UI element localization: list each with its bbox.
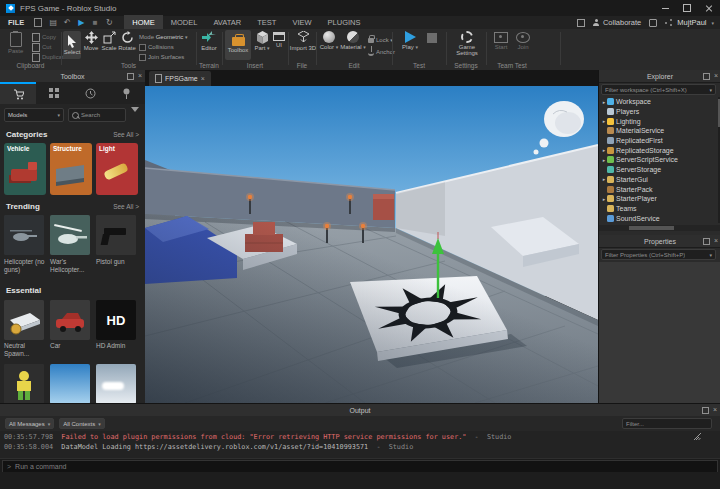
asset-thumb-partial[interactable] — [96, 364, 136, 403]
commit-icon[interactable] — [647, 18, 659, 28]
viewport-tab-fpsgame[interactable]: FPSGame × — [149, 71, 211, 86]
tree-item-serverstorage[interactable]: ServerStorage — [599, 165, 717, 175]
stop-button[interactable] — [424, 33, 440, 43]
tree-item-workspace[interactable]: ▸Workspace — [599, 97, 717, 107]
terrain-editor-button[interactable]: Editor — [199, 31, 219, 51]
command-input[interactable]: > Run a command — [2, 460, 718, 473]
asset-name[interactable]: Helicopter (no guns) — [4, 258, 46, 273]
tree-item-startergui[interactable]: ▸StarterGui — [599, 175, 717, 185]
tab-home[interactable]: HOME — [124, 15, 163, 30]
asset-hd-admin[interactable]: HD — [96, 300, 136, 340]
file-menu[interactable]: FILE — [0, 18, 32, 27]
color-button[interactable]: Color ▾ — [319, 31, 339, 50]
filter-icon[interactable] — [131, 112, 139, 121]
close-tab-icon[interactable]: × — [201, 76, 205, 82]
tree-item-materialservice[interactable]: MaterialService — [599, 126, 717, 136]
tab-avatar[interactable]: AVATAR — [205, 15, 249, 30]
tab-plugins[interactable]: PLUGINS — [320, 15, 369, 30]
game-settings-button[interactable]: Game Settings — [452, 31, 482, 56]
tab-test[interactable]: TEST — [249, 15, 284, 30]
new-doc-icon[interactable] — [33, 18, 45, 28]
material-button[interactable]: Material ▾ — [341, 31, 365, 50]
output-filter-input[interactable]: Filter... — [622, 418, 712, 429]
tree-item-starterplayer[interactable]: ▸StarterPlayer — [599, 194, 717, 204]
tree-item-teams[interactable]: Teams — [599, 204, 717, 214]
save-icon[interactable]: ▤ — [47, 18, 59, 28]
tree-item-replicatedfirst[interactable]: ReplicatedFirst — [599, 136, 717, 146]
categories-see-all[interactable]: See All > — [113, 131, 139, 138]
team-test-join-button[interactable]: Join — [514, 32, 532, 50]
asset-thumb-partial[interactable] — [50, 364, 90, 403]
minimize-button[interactable] — [654, 0, 676, 16]
asset-helicopter-2[interactable] — [50, 215, 90, 255]
brick-tower[interactable] — [373, 194, 394, 220]
paste-button[interactable]: Paste — [8, 32, 23, 54]
close-panel-icon[interactable]: × — [138, 73, 142, 79]
asset-neutral-spawn[interactable] — [4, 300, 44, 340]
part-button[interactable]: Part ▾ — [253, 31, 271, 51]
join-surfaces-checkbox[interactable]: Join Surfaces — [139, 53, 188, 61]
popout-icon[interactable] — [703, 73, 710, 80]
tree-item-starterpack[interactable]: StarterPack — [599, 184, 717, 194]
asset-name[interactable]: Neutral Spawn... — [4, 342, 46, 357]
close-panel-icon[interactable]: × — [714, 73, 718, 79]
trending-see-all[interactable]: See All > — [113, 203, 139, 210]
user-caret-icon[interactable]: ▾ — [711, 21, 714, 25]
category-card-vehicle[interactable]: Vehicle — [4, 143, 46, 195]
popout-icon[interactable] — [703, 238, 710, 245]
explorer-header[interactable]: Explorer × — [599, 70, 720, 83]
tree-item-lighting[interactable]: ▸Lighting — [599, 116, 717, 126]
collisions-checkbox[interactable]: Collisions — [139, 43, 188, 51]
category-card-light[interactable]: Light — [96, 143, 138, 195]
properties-filter-input[interactable]: Filter Properties (Ctrl+Shift+P) ▾ — [601, 249, 716, 260]
tab-model[interactable]: MODEL — [163, 15, 206, 30]
viewport-3d-scene[interactable] — [145, 86, 598, 403]
models-dropdown[interactable]: Models▾ — [4, 108, 64, 122]
window-layout-icon[interactable] — [575, 18, 587, 28]
messages-filter-dropdown[interactable]: All Messages▾ — [5, 418, 54, 429]
search-input[interactable]: Search — [68, 108, 126, 122]
toolbox-button[interactable]: Toolbox — [225, 30, 251, 60]
explorer-hscrollbar[interactable] — [599, 225, 720, 231]
tree-item-players[interactable]: Players — [599, 107, 717, 117]
undo-icon[interactable]: ↶ — [61, 18, 73, 28]
tab-recent[interactable] — [72, 82, 108, 104]
tree-item-replicatedstorage[interactable]: ▸ReplicatedStorage — [599, 145, 717, 155]
tree-item-soundservice[interactable]: SoundService — [599, 213, 717, 223]
category-card-structure[interactable]: Structure — [50, 143, 92, 195]
asset-car[interactable] — [50, 300, 90, 340]
maximize-button[interactable] — [676, 0, 698, 16]
lock-dropdown[interactable]: Lock ▾ — [368, 36, 395, 44]
asset-name[interactable]: HD Admin — [96, 342, 138, 350]
close-panel-icon[interactable]: × — [713, 407, 717, 413]
asset-helicopter-1[interactable] — [4, 215, 44, 255]
move-tool-button[interactable]: Move — [82, 31, 100, 51]
mode-dropdown[interactable]: Mode Geometric ▾ — [139, 33, 188, 41]
popout-icon[interactable] — [127, 73, 134, 80]
explorer-filter-input[interactable]: Filter workspace (Ctrl+Shift+X) ▾ — [601, 84, 716, 95]
popout-icon[interactable] — [702, 407, 709, 414]
asset-name[interactable]: Car — [50, 342, 92, 350]
scale-tool-button[interactable]: Scale — [100, 31, 118, 51]
quick-stop-icon[interactable]: ■ — [89, 18, 101, 28]
close-panel-icon[interactable]: × — [714, 238, 718, 244]
tab-creations[interactable] — [108, 82, 144, 104]
tab-view[interactable]: VIEW — [284, 15, 319, 30]
select-tool-button[interactable]: Select — [63, 31, 81, 59]
tab-marketplace[interactable] — [0, 82, 36, 104]
quick-play-icon[interactable]: ▶ — [75, 18, 87, 28]
import-3d-button[interactable]: Import 3D — [291, 31, 315, 51]
sync-icon[interactable]: ↻ — [103, 18, 115, 28]
share-icon[interactable] — [665, 19, 672, 26]
asset-thumb-partial[interactable] — [4, 364, 44, 403]
rotate-tool-button[interactable]: Rotate — [118, 31, 136, 51]
tree-item-serverscriptservice[interactable]: ▸ServerScriptService — [599, 155, 717, 165]
team-test-start-button[interactable]: Start — [492, 32, 510, 50]
anchor-button[interactable]: Anchor — [368, 48, 395, 56]
play-button[interactable]: Play ▾ — [400, 31, 420, 50]
close-button[interactable] — [698, 0, 720, 16]
output-log[interactable]: 00:35:57.798 Failed to load plugin permi… — [0, 432, 720, 459]
properties-header[interactable]: Properties × — [599, 235, 720, 248]
collaborate-button[interactable]: Collaborate — [593, 18, 641, 27]
contexts-filter-dropdown[interactable]: All Contexts▾ — [59, 418, 105, 429]
